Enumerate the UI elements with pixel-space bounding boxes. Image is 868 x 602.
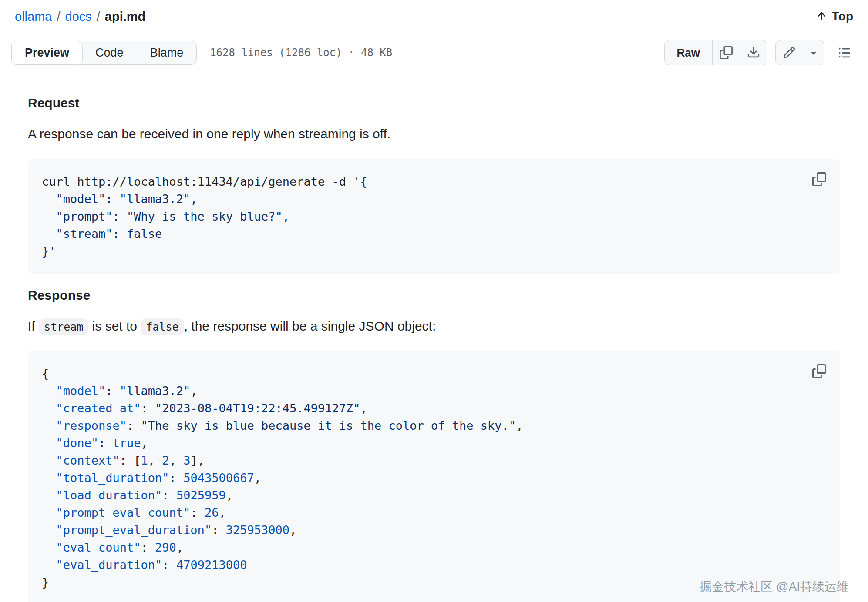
breadcrumb: ollama / docs / api.md (15, 10, 145, 24)
edit-dropdown-button[interactable] (803, 40, 824, 65)
list-icon (838, 46, 851, 59)
response-paragraph: If stream is set to false, the response … (28, 317, 840, 336)
response-text-part: , the response will be a single JSON obj… (184, 319, 436, 333)
copy-raw-button[interactable] (712, 40, 740, 65)
shell-code: curl http://localhost:11434/api/generate… (42, 173, 826, 260)
markdown-body: Request A response can be received in on… (0, 72, 868, 602)
tab-code[interactable]: Code (82, 41, 137, 64)
symbols-button[interactable] (832, 40, 857, 65)
edit-button[interactable] (775, 40, 803, 65)
breadcrumb-repo-link[interactable]: ollama (15, 10, 52, 24)
copy-icon (812, 172, 826, 186)
breadcrumb-separator: / (97, 10, 100, 24)
pencil-icon (783, 46, 796, 59)
view-switcher: Preview Code Blame (11, 41, 197, 65)
arrow-up-icon (815, 10, 828, 23)
edit-group (775, 40, 824, 65)
download-button[interactable] (740, 40, 767, 65)
response-text-part: is set to (88, 319, 141, 333)
request-paragraph: A response can be received in one reply … (28, 124, 840, 144)
response-text-part: If (28, 319, 39, 333)
file-toolbar: Preview Code Blame 1628 lines (1286 loc)… (0, 33, 868, 72)
code-block-json: { "model": "llama3.2", "created_at": "20… (28, 351, 840, 602)
raw-actions-group: Raw (664, 40, 767, 65)
breadcrumb-file-name: api.md (105, 10, 145, 24)
file-actions: Raw (664, 40, 857, 65)
copy-code-button[interactable] (806, 166, 832, 192)
top-button-label: Top (832, 10, 853, 23)
copy-icon (812, 364, 826, 378)
download-icon (747, 46, 760, 59)
raw-button[interactable]: Raw (664, 40, 713, 65)
tab-preview[interactable]: Preview (11, 41, 83, 65)
copy-code-button[interactable] (806, 358, 832, 384)
inline-code-stream: stream (39, 318, 88, 335)
section-heading-response: Response (28, 288, 840, 303)
breadcrumb-docs-link[interactable]: docs (65, 10, 92, 24)
file-meta: 1628 lines (1286 loc) · 48 KB (210, 47, 392, 59)
inline-code-false: false (141, 318, 184, 335)
triangle-down-icon (808, 47, 819, 58)
file-header-row: ollama / docs / api.md Top (0, 0, 868, 33)
json-code: { "model": "llama3.2", "created_at": "20… (42, 365, 826, 591)
code-block-shell: curl http://localhost:11434/api/generate… (28, 159, 840, 274)
scroll-to-top-button[interactable]: Top (815, 10, 853, 23)
section-heading-request: Request (28, 96, 840, 110)
breadcrumb-separator: / (57, 10, 60, 24)
copy-icon (720, 46, 733, 59)
tab-blame[interactable]: Blame (137, 41, 197, 64)
